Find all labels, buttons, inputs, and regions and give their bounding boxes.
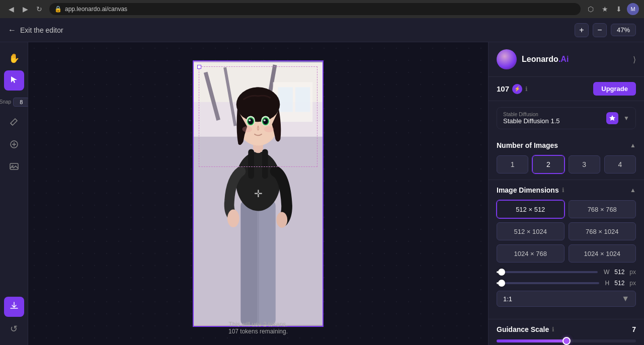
profile-name: Leonardo.Ai (522, 55, 569, 64)
token-info-line1: This will use 2 tokens. (228, 321, 288, 328)
token-info-line2: 107 tokens remaining. (228, 328, 288, 335)
canvas-image-container: ✛ (193, 60, 324, 327)
dim-512x512-button[interactable]: 512 × 512 (497, 200, 565, 218)
snap-input[interactable] (13, 98, 29, 107)
svg-rect-17 (262, 149, 268, 179)
aspect-ratio-selector[interactable]: 1:1 ▼ (497, 291, 636, 307)
guidance-title: Guidance Scale (497, 325, 549, 333)
image-icon (9, 161, 19, 174)
svg-point-30 (264, 119, 266, 121)
model-selector[interactable]: Stable Diffusion Stable Diffusion 1.5 ▼ (497, 107, 636, 129)
model-info: Stable Diffusion Stable Diffusion 1.5 (503, 112, 601, 125)
token-left: 107 ⚡ ℹ (497, 84, 528, 94)
guidance-scale-section: Guidance Scale ℹ 7 (489, 319, 644, 345)
height-slider-track[interactable] (497, 282, 599, 284)
refresh-button[interactable]: ↻ (33, 3, 45, 15)
zoom-out-button[interactable]: − (593, 23, 607, 37)
svg-rect-11 (295, 87, 310, 112)
svg-point-31 (242, 126, 252, 132)
url-text: app.leonardo.ai/canvas (65, 6, 127, 13)
dim-512x1024-button[interactable]: 512 × 1024 (497, 222, 565, 240)
inpaint-tool-button[interactable] (4, 135, 24, 155)
height-label: H (605, 280, 610, 287)
svg-rect-13 (241, 201, 257, 325)
guidance-value: 7 (632, 325, 636, 333)
extensions-button[interactable]: ⬡ (585, 3, 597, 15)
download-tool-button[interactable] (4, 297, 24, 317)
dimensions-title-row: Image Dimensions ℹ (497, 186, 565, 194)
svg-rect-1 (10, 163, 18, 169)
token-icon: ⚡ (512, 84, 522, 94)
width-slider-row: W 512 px (497, 269, 636, 276)
canvas-image[interactable]: ✛ (193, 60, 324, 327)
arrow-left-icon: ← (8, 26, 16, 35)
profile-dot: .Ai (558, 55, 569, 63)
right-panel: Leonardo.Ai ⟩ 107 ⚡ ℹ Upgrade Stable Dif… (488, 42, 644, 345)
exit-editor-button[interactable]: ← Exit the editor (8, 26, 63, 35)
zoom-controls: + − 47% (575, 23, 636, 37)
model-badge (606, 112, 618, 124)
svg-point-26 (249, 119, 251, 121)
svg-rect-14 (259, 201, 275, 325)
guidance-title-row: Guidance Scale ℹ (497, 325, 554, 333)
top-bar: ← Exit the editor + − 47% (0, 18, 644, 42)
num-images-2-button[interactable]: 2 (532, 155, 564, 174)
num-images-4-button[interactable]: 4 (604, 155, 636, 174)
dimensions-collapse-icon[interactable]: ▲ (630, 187, 636, 194)
address-bar[interactable]: 🔒 app.leonardo.ai/canvas (49, 3, 581, 15)
token-info: This will use 2 tokens. 107 tokens remai… (228, 321, 288, 335)
profile-button[interactable]: M (627, 3, 639, 15)
panel-collapse-button[interactable]: ⟩ (633, 55, 636, 64)
number-of-images-section: Number of Images ▲ 1 2 3 4 (489, 135, 644, 180)
image-dimensions-section: Image Dimensions ℹ ▲ 512 × 512 768 × 768… (489, 180, 644, 319)
dimensions-info-icon[interactable]: ℹ (562, 187, 565, 194)
image-dimensions-title: Image Dimensions (497, 186, 559, 194)
num-images-3-button[interactable]: 3 (569, 155, 600, 174)
upgrade-button[interactable]: Upgrade (593, 82, 636, 96)
num-images-title: Number of Images (497, 141, 558, 149)
star-button[interactable]: ★ (599, 3, 611, 15)
dim-1024x768-button[interactable]: 1024 × 768 (497, 244, 565, 263)
avatar-image (497, 49, 517, 69)
dim-1024x1024-button[interactable]: 1024 × 1024 (569, 244, 636, 263)
svg-rect-16 (248, 149, 254, 179)
avatar (497, 49, 517, 69)
download-button[interactable]: ⬇ (613, 3, 625, 15)
width-unit: px (629, 269, 636, 276)
svg-point-18 (227, 210, 239, 227)
width-slider-track[interactable] (497, 271, 598, 273)
guidance-slider-thumb[interactable] (562, 337, 571, 345)
image-dimensions-header: Image Dimensions ℹ ▲ (497, 186, 636, 194)
token-row: 107 ⚡ ℹ Upgrade (489, 77, 644, 101)
browser-actions: ⬡ ★ ⬇ M (585, 3, 639, 15)
num-images-1-button[interactable]: 1 (497, 155, 528, 174)
model-name: Stable Diffusion 1.5 (503, 117, 601, 125)
move-cursor-indicator: ✛ (254, 188, 263, 200)
hand-tool-button[interactable]: ✋ (4, 48, 24, 68)
exit-editor-label: Exit the editor (20, 26, 63, 34)
svg-point-29 (263, 118, 268, 124)
guidance-info-icon[interactable]: ℹ (552, 326, 554, 333)
svg-point-32 (264, 126, 274, 132)
eraser-tool-button[interactable] (4, 113, 24, 133)
forward-button[interactable]: ▶ (19, 3, 31, 15)
chevron-down-icon: ▼ (623, 115, 629, 122)
canvas-area[interactable]: ✛ This will use 2 tokens. 107 tokens rem… (28, 42, 488, 345)
main-content: ✋ Snap ▲ ▼ (0, 42, 644, 345)
image-tool-button[interactable] (4, 157, 24, 178)
zoom-in-button[interactable]: + (575, 23, 589, 37)
select-tool-button[interactable] (4, 70, 24, 91)
guidance-slider-track[interactable] (497, 339, 636, 342)
guidance-slider-fill (497, 339, 567, 342)
height-slider-thumb[interactable] (498, 280, 505, 287)
num-images-collapse-icon[interactable]: ▲ (630, 142, 636, 149)
dim-768x768-button[interactable]: 768 × 768 (569, 200, 636, 218)
width-slider-thumb[interactable] (498, 269, 505, 276)
height-value: 512 (614, 280, 624, 287)
token-info-icon[interactable]: ℹ (525, 85, 528, 93)
undo-button[interactable]: ↺ (4, 319, 24, 339)
dim-768x1024-button[interactable]: 768 × 1024 (569, 222, 636, 240)
back-button[interactable]: ◀ (5, 3, 17, 15)
svg-point-22 (236, 87, 280, 122)
height-slider-row: H 512 px (497, 280, 636, 287)
